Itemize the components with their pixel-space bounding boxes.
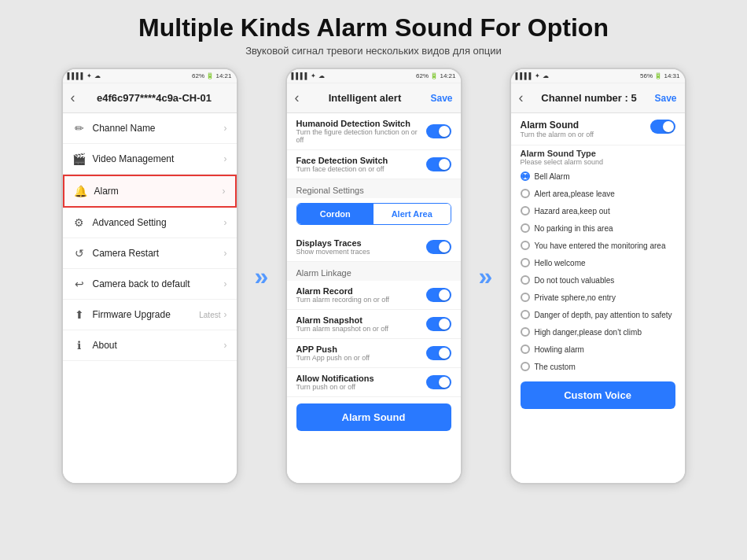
chevron-icon: › [224, 278, 227, 289]
radio-circle-no-parking [521, 223, 530, 233]
menu-label-video-management: Video Management [93, 153, 224, 164]
chevron-icon: › [224, 153, 227, 164]
allow-notifications-info: Allow Notifications Turn push on or off [296, 374, 426, 391]
menu-label-about: About [93, 340, 224, 351]
alarm-snapshot-info: Alarm Snapshot Turn alarm snapshot on or… [296, 315, 426, 333]
chevron-icon: › [223, 186, 226, 197]
about-icon: ℹ [72, 338, 86, 352]
menu-item-channel-name[interactable]: ✏ Channel Name › [63, 113, 237, 144]
radio-label-hello-welcome: Hello welcome [535, 259, 586, 267]
menu-label-camera-default: Camera back to default [93, 278, 224, 289]
menu-label-firmware-upgrade: Firmware Upgrade [93, 309, 200, 320]
phone1-status-left: ▌▌▌▌ ✦ ☁ [68, 72, 101, 79]
displays-traces-toggle[interactable] [426, 240, 451, 254]
alarm-sound-desc: Turn the alarm on or off [521, 131, 650, 138]
radio-circle-the-custom [521, 362, 530, 371]
phone2-status-left: ▌▌▌▌ ✦ ☁ [292, 72, 325, 79]
radio-do-not-touch[interactable]: Do not touch valuables [511, 271, 685, 289]
face-detection-row: Face Detection Switch Turn face detectio… [287, 150, 461, 179]
radio-danger-of-depth[interactable]: Danger of depth, pay attention to safety [511, 306, 685, 323]
red-arrow-2: ▲ [344, 224, 357, 225]
allow-notifications-name: Allow Notifications [296, 374, 426, 383]
alarm-snapshot-name: Alarm Snapshot [296, 315, 426, 325]
app-push-row: APP Push Turn App push on or off [287, 339, 461, 368]
radio-the-custom[interactable]: The custom [511, 358, 685, 375]
displays-traces-info: Displays Traces Show movement traces [296, 238, 426, 256]
phone2-content: Humanoid Detection Switch Turn the figur… [287, 113, 461, 483]
chevron-icon: › [224, 217, 227, 228]
phone-2: ▌▌▌▌ ✦ ☁ 62% 🔋 14:21 ‹ Intelligent alert… [285, 68, 462, 484]
allow-notifications-row: Allow Notifications Turn push on or off [287, 368, 461, 397]
allow-notifications-desc: Turn push on or off [296, 383, 426, 391]
chevron-icon: › [224, 309, 227, 320]
alarm-sound-row: Alarm Sound Turn the alarm on or off ◄ [511, 113, 685, 146]
page-container: Multiple Kinds Alarm Sound For Option Зв… [0, 0, 747, 560]
alarm-icon: 🔔 [74, 184, 88, 198]
firmware-badge: Latest [199, 311, 220, 319]
menu-label-camera-restart: Camera Restart [93, 248, 224, 259]
alarm-sound-type-sublabel: Please select alarm sound [521, 158, 675, 166]
radio-bell-alarm[interactable]: Bell Alarm [511, 168, 685, 185]
video-management-icon: 🎬 [72, 152, 86, 166]
radio-howling-alarm[interactable]: Howling alarm [511, 341, 685, 358]
menu-item-camera-restart[interactable]: ↺ Camera Restart › [63, 238, 237, 269]
phone3-back-button[interactable]: ‹ [519, 90, 524, 106]
alarm-record-name: Alarm Record [296, 286, 426, 296]
radio-no-parking[interactable]: No parking in this area [511, 219, 685, 237]
arrow-between-2: » [462, 262, 510, 291]
phone1-status-bar: ▌▌▌▌ ✦ ☁ 62% 🔋 14:21 [63, 69, 237, 83]
menu-label-channel-name: Channel Name [93, 123, 224, 134]
phone2-header: ‹ Intelligent alert Save [287, 83, 461, 113]
radio-hazard-area[interactable]: Hazard area,keep out [511, 202, 685, 219]
app-push-toggle[interactable] [426, 346, 451, 360]
phone2-save-button[interactable]: Save [430, 93, 452, 104]
cordon-tab[interactable]: Cordon [297, 204, 374, 224]
radio-label-danger-of-depth: Danger of depth, pay attention to safety [535, 311, 672, 319]
double-arrow-1: » [255, 262, 269, 291]
phone3-save-button[interactable]: Save [654, 93, 676, 104]
allow-notifications-toggle[interactable] [426, 375, 451, 389]
radio-circle-alert-area [521, 189, 530, 198]
radio-label-alert-area: Alert area,please leave [535, 190, 615, 198]
menu-item-about[interactable]: ℹ About › [63, 330, 237, 361]
displays-traces-row: Displays Traces Show movement traces [287, 233, 461, 262]
radio-label-bell-alarm: Bell Alarm [535, 172, 570, 181]
phone3-header: ‹ Channel number : 5 Save [511, 83, 685, 113]
alarm-snapshot-toggle[interactable] [426, 317, 451, 331]
radio-circle-bell-alarm [521, 171, 530, 181]
alarm-record-row: Alarm Record Turn alarm recording on or … [287, 281, 461, 310]
phone1-status-right: 62% 🔋 14:21 [192, 72, 231, 79]
alarm-record-info: Alarm Record Turn alarm recording on or … [296, 286, 426, 304]
alarm-sound-type-label: Alarm Sound Type [521, 149, 675, 158]
radio-high-danger[interactable]: High danger,please don't climb [511, 323, 685, 341]
menu-label-advanced-setting: Advanced Setting [93, 217, 224, 228]
phone1-title: e4f6c977****4c9a-CH-01 [80, 92, 229, 104]
menu-item-alarm[interactable]: 🔔 Alarm › ◄ [63, 175, 237, 208]
radio-label-do-not-touch: Do not touch valuables [535, 276, 615, 285]
alarm-sound-toggle[interactable]: ◄ [650, 120, 675, 134]
app-push-info: APP Push Turn App push on or off [296, 344, 426, 362]
humanoid-detection-row: Humanoid Detection Switch Turn the figur… [287, 113, 461, 150]
phone-3: ▌▌▌▌ ✦ ☁ 56% 🔋 14:31 ‹ Channel number : … [510, 68, 686, 484]
phone1-back-button[interactable]: ‹ [71, 90, 75, 106]
alarm-sound-button[interactable]: Alarm Sound [296, 403, 451, 431]
menu-item-firmware-upgrade[interactable]: ⬆ Firmware Upgrade Latest › [63, 300, 237, 330]
custom-voice-button[interactable]: Custom Voice [521, 381, 675, 409]
menu-item-advanced-setting[interactable]: ⚙ Advanced Setting › [63, 208, 237, 238]
radio-monitoring-area[interactable]: You have entered the monitoring area [511, 237, 685, 254]
radio-private-sphere[interactable]: Private sphere,no entry [511, 289, 685, 306]
camera-default-icon: ↩ [72, 277, 86, 291]
phone2-back-button[interactable]: ‹ [295, 90, 300, 106]
radio-label-high-danger: High danger,please don't climb [535, 328, 642, 337]
radio-alert-area[interactable]: Alert area,please leave [511, 185, 685, 202]
alarm-record-toggle[interactable] [426, 288, 451, 302]
chevron-icon: › [224, 248, 227, 259]
radio-hello-welcome[interactable]: Hello welcome [511, 254, 685, 271]
menu-item-video-management[interactable]: 🎬 Video Management › [63, 144, 237, 175]
phone3-status-bar: ▌▌▌▌ ✦ ☁ 56% 🔋 14:31 [511, 69, 685, 83]
menu-item-camera-default[interactable]: ↩ Camera back to default › [63, 269, 237, 300]
face-detection-name: Face Detection Switch [296, 156, 426, 165]
face-detection-toggle[interactable] [426, 157, 451, 171]
humanoid-detection-toggle[interactable] [426, 124, 451, 138]
alert-area-tab[interactable]: Alert Area [374, 204, 451, 224]
